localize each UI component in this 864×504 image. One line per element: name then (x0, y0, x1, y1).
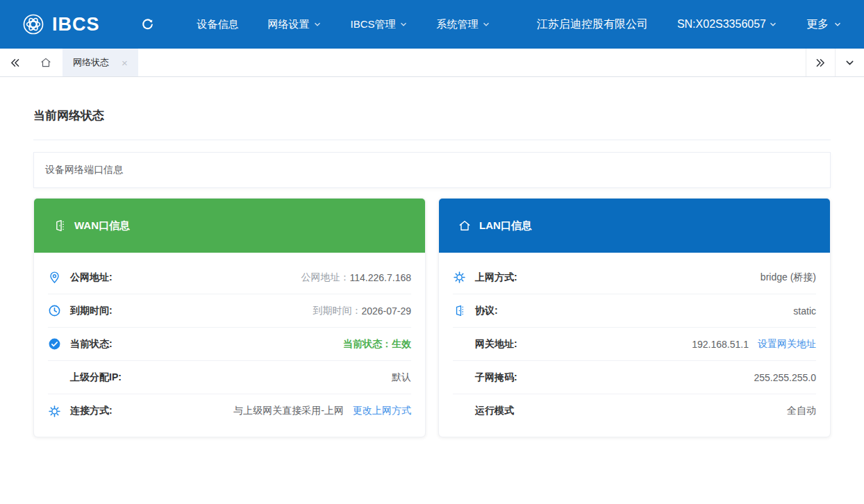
gear-icon (453, 271, 466, 284)
info-row: 公网地址:公网地址：114.226.7.168 (48, 261, 411, 294)
chevron-down-icon (399, 20, 408, 28)
tab-options-chevron-icon[interactable] (835, 49, 864, 76)
company-name: 江苏启迪控股有限公司 (537, 17, 648, 32)
row-action-link[interactable]: 设置网关地址 (758, 338, 816, 351)
gear-icon (48, 405, 61, 418)
nav-item-label: 系统管理 (437, 18, 479, 31)
panel-title: 设备网络端口信息 (45, 164, 123, 176)
lan-card-header: LAN口信息 (439, 199, 830, 253)
value-prefix: 当前状态： (343, 338, 392, 351)
page-title: 当前网络状态 (33, 108, 831, 124)
row-right: 与上级网关直接采用-上网更改上网方式 (233, 405, 411, 417)
nav-item-4[interactable]: 系统管理 (422, 0, 505, 49)
chevron-down-icon (313, 20, 322, 28)
row-right: 192.168.51.1设置网关地址 (692, 338, 816, 351)
row-label: 上级分配IP: (70, 371, 122, 384)
card-title: WAN口信息 (74, 219, 130, 233)
more-dropdown[interactable]: 更多 (806, 17, 842, 32)
device-port-info-panel: 设备网络端口信息 (33, 152, 831, 188)
row-right: static (793, 305, 816, 317)
top-navbar: IBCS 设备信息网络设置IBCS管理系统管理 江苏启迪控股有限公司 SN:X0… (0, 0, 864, 49)
brand[interactable]: IBCS (21, 12, 100, 37)
nav-item-1[interactable]: 设备信息 (183, 0, 254, 49)
value-prefix: 到期时间： (313, 305, 361, 317)
info-row: 连接方式:与上级网关直接采用-上网更改上网方式 (48, 394, 411, 428)
wan-card: WAN口信息公网地址:公网地址：114.226.7.168到期时间:到期时间：2… (33, 198, 426, 437)
row-label: 协议: (475, 305, 498, 317)
row-right: bridge (桥接) (761, 271, 816, 284)
nav-item-label: 设备信息 (197, 18, 239, 31)
home-tab-icon[interactable] (29, 49, 63, 76)
chevron-down-icon (769, 20, 777, 28)
row-value: bridge (桥接) (761, 271, 816, 284)
row-value: 生效 (392, 338, 411, 351)
card-title: LAN口信息 (479, 219, 532, 233)
row-value: 全自动 (787, 405, 816, 417)
row-label: 连接方式: (70, 405, 113, 417)
row-right: 全自动 (787, 405, 816, 417)
scroll-tabs-right-icon[interactable] (806, 49, 835, 76)
row-label: 运行模式 (475, 405, 514, 417)
more-label: 更多 (806, 17, 829, 32)
brand-text: IBCS (52, 14, 100, 35)
icon-placeholder (48, 371, 61, 384)
nav-item-label: IBCS管理 (351, 18, 396, 31)
value-prefix: 公网地址： (301, 271, 350, 284)
row-label: 上网方式: (475, 271, 517, 284)
info-row: 运行模式全自动 (453, 394, 816, 428)
refresh-icon[interactable] (140, 17, 155, 32)
chevron-down-icon (833, 20, 842, 28)
row-value: 默认 (392, 371, 411, 384)
home-icon (458, 219, 472, 233)
location-pin-icon (48, 271, 61, 284)
lan-card-body: 上网方式:bridge (桥接)协议:static网关地址:192.168.51… (439, 253, 830, 437)
row-value: 255.255.255.0 (754, 372, 816, 383)
row-label: 网关地址: (475, 338, 517, 351)
row-value: 与上级网关直接采用-上网 (233, 405, 344, 417)
nav-item-label: 网络设置 (268, 18, 310, 31)
nav-item-2[interactable]: 网络设置 (254, 0, 336, 49)
info-row: 网关地址:192.168.51.1设置网关地址 (453, 328, 816, 361)
chevron-down-icon (482, 20, 490, 28)
row-action-link[interactable]: 更改上网方式 (353, 405, 411, 417)
row-right: 到期时间：2026-07-29 (313, 305, 411, 317)
icon-placeholder (453, 371, 466, 384)
nav-item-3[interactable]: IBCS管理 (336, 0, 422, 49)
row-value: 2026-07-29 (361, 305, 411, 317)
port-icon (453, 304, 466, 317)
tab-bar: 网络状态 × (0, 49, 864, 77)
row-label: 到期时间: (70, 305, 113, 317)
title-divider (33, 140, 831, 140)
tabbar-spacer (138, 49, 806, 76)
check-circle-icon (48, 337, 61, 351)
icon-placeholder (453, 405, 466, 418)
row-right: 当前状态：生效 (343, 338, 411, 351)
info-cards: WAN口信息公网地址:公网地址：114.226.7.168到期时间:到期时间：2… (33, 198, 831, 437)
info-row: 子网掩码:255.255.255.0 (453, 361, 816, 394)
row-value: 192.168.51.1 (692, 339, 749, 350)
info-row: 到期时间:到期时间：2026-07-29 (48, 294, 411, 328)
close-tab-icon[interactable]: × (122, 58, 128, 68)
clock-icon (48, 304, 61, 317)
main-menu: 设备信息网络设置IBCS管理系统管理 (183, 0, 505, 49)
info-row: 上网方式:bridge (桥接) (453, 261, 816, 294)
wan-card-body: 公网地址:公网地址：114.226.7.168到期时间:到期时间：2026-07… (34, 253, 425, 437)
tab-label: 网络状态 (73, 56, 109, 69)
info-row: 上级分配IP:默认 (48, 361, 411, 394)
row-right: 默认 (392, 371, 411, 384)
tab-network-status[interactable]: 网络状态 × (63, 49, 138, 76)
wan-card-header: WAN口信息 (34, 199, 425, 253)
collapse-sidebar-icon[interactable] (0, 49, 29, 76)
info-row: 当前状态:当前状态：生效 (48, 328, 411, 361)
icon-placeholder (453, 337, 466, 351)
serial-number-dropdown[interactable]: SN:X02S3356057 (677, 18, 777, 31)
row-value: 114.226.7.168 (350, 272, 412, 283)
serial-number-text: SN:X02S3356057 (677, 18, 766, 31)
navbar-right: 江苏启迪控股有限公司 SN:X02S3356057 更多 (537, 17, 842, 32)
row-right: 公网地址：114.226.7.168 (301, 271, 412, 284)
info-row: 协议:static (453, 294, 816, 328)
ibcs-logo-icon (21, 12, 46, 37)
row-right: 255.255.255.0 (754, 372, 816, 383)
row-label: 当前状态: (70, 338, 113, 351)
page-content: 当前网络状态 设备网络端口信息 WAN口信息公网地址:公网地址：114.226.… (0, 108, 864, 437)
